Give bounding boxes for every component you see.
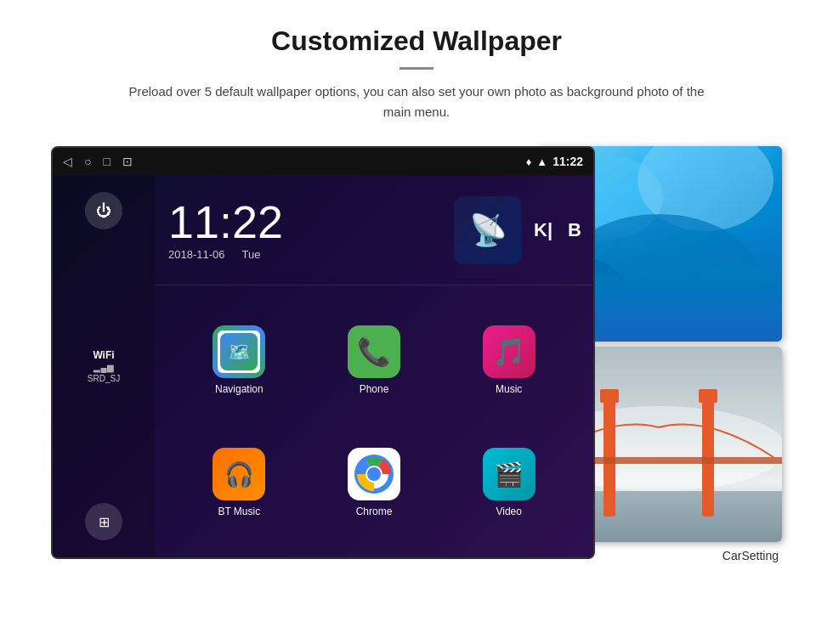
power-button[interactable]: ⏻ [85, 192, 122, 229]
device-main-area: 11:22 2018-11-06 Tue 📡 K| B [155, 175, 593, 557]
app-grid: 🗺️ Navigation 📞 Phone [155, 285, 593, 557]
media-icon-b: B [564, 216, 585, 245]
btmusic-label: BT Music [218, 506, 260, 517]
clock-date: 2018-11-06 Tue [168, 248, 432, 261]
clock-date-value: 2018-11-06 [168, 248, 225, 261]
navigation-label: Navigation [215, 383, 264, 395]
device-content: ⏻ WiFi ▂▄▆ SRD_SJ ⊞ 11:22 2018-11-06 Tu [53, 175, 593, 557]
title-divider [400, 67, 434, 70]
app-navigation[interactable]: 🗺️ Navigation [172, 299, 307, 421]
app-video[interactable]: 🎬 Video [441, 421, 576, 544]
status-time: 11:22 [552, 155, 583, 168]
svg-point-9 [688, 265, 782, 342]
location-icon: ♦ [526, 155, 532, 168]
media-icon-k: K| [530, 216, 556, 245]
status-bar-right: ♦ ▲ 11:22 [526, 155, 583, 168]
video-label: Video [496, 506, 521, 517]
music-icon: 🎵 [483, 325, 536, 378]
wifi-info: WiFi ▂▄▆ SRD_SJ [88, 349, 120, 383]
clock-area: 11:22 2018-11-06 Tue [155, 175, 445, 285]
radio-widget[interactable]: 📡 [454, 196, 522, 264]
svg-rect-16 [699, 389, 717, 403]
widget-area: 📡 K| B [445, 175, 593, 285]
app-btmusic[interactable]: 🎧 BT Music [172, 421, 307, 544]
navigation-icon: 🗺️ [212, 325, 265, 378]
page-title: Customized Wallpaper [271, 25, 562, 57]
status-bar-left: ◁ ○ □ ⊡ [63, 155, 133, 168]
signal-icon: ▲ [536, 155, 547, 168]
music-label: Music [496, 383, 522, 395]
wifi-ssid: SRD_SJ [88, 374, 120, 383]
page-subtitle: Preload over 5 default wallpaper options… [119, 82, 714, 122]
main-visual: ◁ ○ □ ⊡ ♦ ▲ 11:22 ⏻ WiFi ▂▄▆ SRD_SJ [51, 146, 782, 559]
back-icon[interactable]: ◁ [63, 155, 72, 168]
device-sidebar: ⏻ WiFi ▂▄▆ SRD_SJ ⊞ [53, 175, 155, 557]
chrome-label: Chrome [356, 506, 393, 517]
app-phone[interactable]: 📞 Phone [307, 299, 442, 421]
phone-label: Phone [360, 383, 389, 395]
phone-icon: 📞 [348, 325, 400, 378]
chrome-svg [354, 454, 394, 494]
wifi-label: WiFi [88, 349, 120, 361]
apps-grid-button[interactable]: ⊞ [85, 503, 122, 540]
btmusic-icon: 🎧 [212, 448, 265, 500]
clock-time: 11:22 [168, 199, 432, 245]
app-chrome[interactable]: Chrome [307, 421, 442, 544]
recents-icon[interactable]: □ [103, 155, 110, 168]
clock-day-value: Tue [242, 248, 261, 261]
video-icon: 🎬 [483, 448, 536, 500]
screenshot-icon[interactable]: ⊡ [122, 155, 133, 168]
wifi-bars: ▂▄▆ [88, 363, 120, 372]
status-bar: ◁ ○ □ ⊡ ♦ ▲ 11:22 [53, 148, 593, 175]
app-music[interactable]: 🎵 Music [441, 299, 576, 421]
device-frame: ◁ ○ □ ⊡ ♦ ▲ 11:22 ⏻ WiFi ▂▄▆ SRD_SJ [51, 146, 595, 559]
home-icon[interactable]: ○ [84, 155, 91, 168]
svg-rect-15 [600, 389, 619, 403]
chrome-icon [348, 448, 400, 500]
svg-point-3 [367, 467, 381, 481]
top-bar: 11:22 2018-11-06 Tue 📡 K| B [155, 175, 593, 285]
